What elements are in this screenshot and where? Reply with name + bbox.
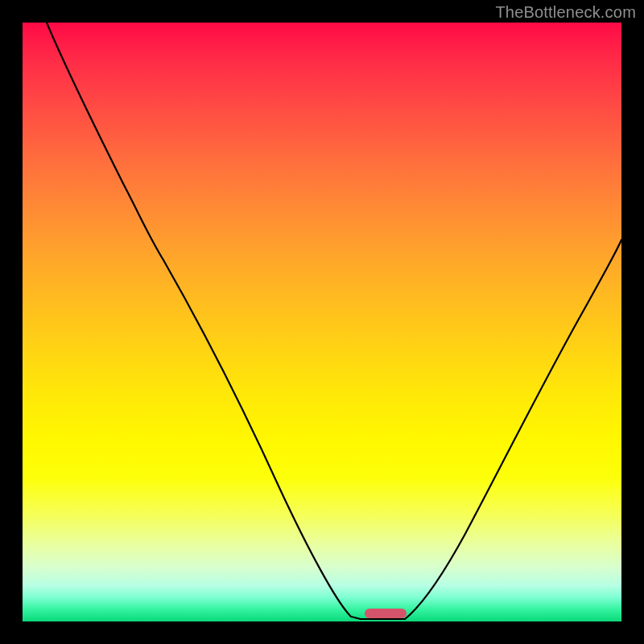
- optimum-marker: [365, 609, 407, 618]
- bottleneck-curve: [23, 23, 621, 621]
- plot-area: [23, 23, 621, 621]
- frame: TheBottleneck.com: [0, 0, 644, 644]
- watermark-label: TheBottleneck.com: [495, 3, 636, 22]
